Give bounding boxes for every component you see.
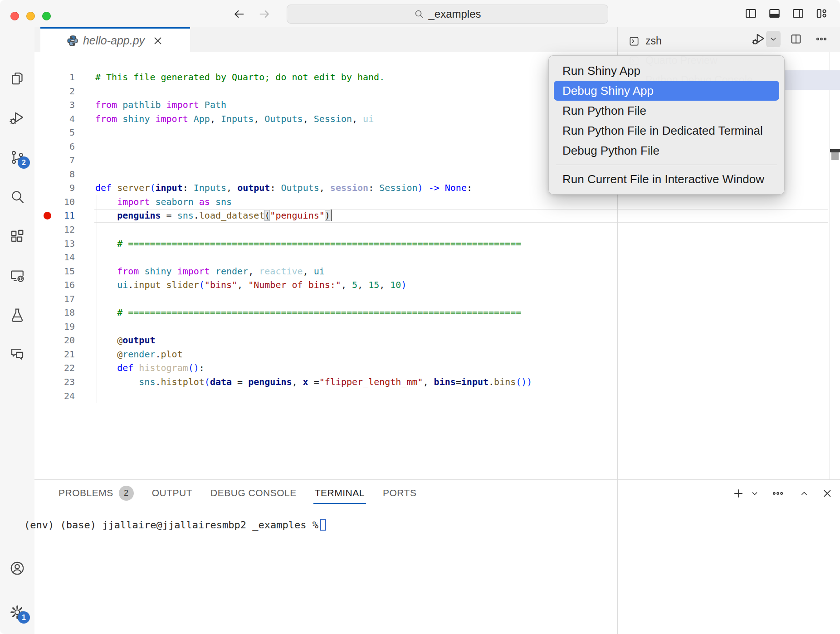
line-number[interactable]: 21 [34, 347, 75, 361]
forward-icon[interactable] [258, 8, 271, 20]
activity-item-extensions[interactable] [9, 228, 26, 245]
panel-tab-problems[interactable]: PROBLEMS2 [59, 480, 134, 506]
line-number[interactable]: 16 [34, 278, 75, 292]
files-icon [9, 70, 26, 87]
tab-hello-app[interactable]: hello-app.py [40, 27, 190, 53]
menu-separator [556, 165, 777, 165]
panel-tabs: PROBLEMS2OUTPUTDEBUG CONSOLETERMINALPORT… [59, 480, 416, 506]
line-number[interactable]: 19 [34, 320, 75, 334]
line-number[interactable]: 6 [34, 140, 75, 154]
panel-tab-output[interactable]: OUTPUT [152, 480, 192, 506]
line-number[interactable]: 5 [34, 126, 75, 140]
panel-tab-terminal[interactable]: TERMINAL [315, 480, 365, 506]
panel-tab-ports[interactable]: PORTS [383, 480, 416, 506]
extensions-icon [9, 228, 26, 245]
menu-item[interactable]: Debug Shiny App [554, 81, 779, 101]
line-number[interactable]: 2 [34, 84, 75, 98]
toggle-secondary-sidebar-icon[interactable] [791, 7, 805, 20]
activity-bar-top: 2 [9, 27, 26, 363]
menu-item[interactable]: Debug Python File [554, 141, 779, 161]
activity-item-explorer[interactable] [9, 70, 26, 87]
testing-icon [9, 307, 26, 324]
badge: 2 [18, 156, 30, 169]
panel-tab-label: DEBUG CONSOLE [210, 488, 297, 498]
terminal-row-label: zsh [645, 35, 662, 47]
search-icon [9, 188, 26, 205]
window-minimize-button[interactable] [26, 12, 35, 20]
line-number[interactable]: 9 [34, 181, 75, 195]
line-number[interactable]: 18 [34, 306, 75, 320]
search-text: _examples [428, 8, 481, 20]
customize-layout-icon[interactable] [815, 7, 828, 20]
badge: 1 [18, 611, 30, 624]
line-number[interactable]: 4 [34, 112, 75, 126]
line-number[interactable]: 15 [34, 264, 75, 278]
terminal-prompt: (env) (base) jjallaire@jjallairesmbp2 _e… [24, 519, 318, 531]
search-icon [414, 9, 425, 20]
line-number[interactable]: 11 [34, 209, 75, 223]
activity-item-run-and-debug[interactable] [9, 109, 26, 127]
line-number[interactable]: 13 [34, 237, 75, 251]
line-number[interactable]: 8 [34, 167, 75, 181]
tab-label: hello-app.py [83, 34, 145, 47]
window-close-button[interactable] [10, 12, 19, 20]
line-number[interactable]: 17 [34, 292, 75, 306]
activity-bar: 2 1 [0, 27, 35, 634]
back-icon[interactable] [232, 8, 246, 20]
editor-gutter[interactable]: 123456789101112131415161718192021222324 [34, 70, 75, 403]
terminal-cursor [320, 519, 326, 531]
activity-item-comments[interactable] [9, 346, 26, 363]
panel-tab-label: TERMINAL [315, 488, 365, 498]
window-zoom-button[interactable] [42, 12, 51, 20]
activity-item-accounts[interactable] [9, 560, 26, 577]
menu-item[interactable]: Run Python File [554, 101, 779, 121]
activity-bar-bottom: 1 [9, 560, 26, 634]
toggle-primary-sidebar-icon[interactable] [744, 7, 757, 20]
panel-tab-label: PROBLEMS [59, 488, 113, 498]
line-number[interactable]: 14 [34, 250, 75, 264]
titlebar: _examples [0, 0, 840, 28]
run-options-menu: Run Shiny AppDebug Shiny AppRun Python F… [548, 55, 785, 195]
remote-icon [9, 267, 26, 284]
run-debug-icon [9, 109, 26, 127]
panel-tab-label: PORTS [383, 488, 416, 498]
menu-item[interactable]: Run Python File in Dedicated Terminal [554, 121, 779, 141]
line-number[interactable]: 7 [34, 153, 75, 167]
comments-icon [9, 346, 26, 363]
text-cursor [331, 210, 332, 221]
line-number[interactable]: 12 [34, 223, 75, 237]
activity-item-settings[interactable]: 1 [9, 604, 26, 621]
account-icon [9, 560, 26, 577]
line-number[interactable]: 10 [34, 195, 75, 209]
python-file-icon [67, 35, 78, 47]
activity-item-remote-explorer[interactable] [9, 267, 26, 284]
activity-item-testing[interactable] [9, 307, 26, 324]
line-number[interactable]: 3 [34, 98, 75, 112]
terminal-output[interactable]: (env) (base) jjallaire@jjallairesmbp2 _e… [24, 518, 326, 531]
line-number[interactable]: 1 [34, 70, 75, 84]
vscode-window: _examples 2 1 hello-app.py hello-app.py [0, 0, 840, 634]
panel-tab-debug-console[interactable]: DEBUG CONSOLE [210, 480, 297, 506]
command-center-search[interactable]: _examples [287, 5, 608, 24]
toggle-panel-icon[interactable] [768, 7, 781, 20]
menu-item[interactable]: Run Shiny App [554, 61, 779, 81]
menu-item[interactable]: Run Current File in Interactive Window [554, 169, 779, 189]
line-number[interactable]: 20 [34, 333, 75, 347]
terminal-row-zsh[interactable]: zsh [618, 31, 840, 51]
activity-item-source-control[interactable]: 2 [9, 149, 26, 166]
panel-tab-label: OUTPUT [152, 488, 192, 498]
close-icon[interactable] [152, 35, 164, 47]
line-number[interactable]: 22 [34, 361, 75, 375]
line-number[interactable]: 23 [34, 375, 75, 389]
terminal-icon [628, 35, 640, 47]
line-number[interactable]: 24 [34, 389, 75, 403]
activity-item-search[interactable] [9, 188, 26, 205]
problems-badge: 2 [119, 486, 134, 501]
